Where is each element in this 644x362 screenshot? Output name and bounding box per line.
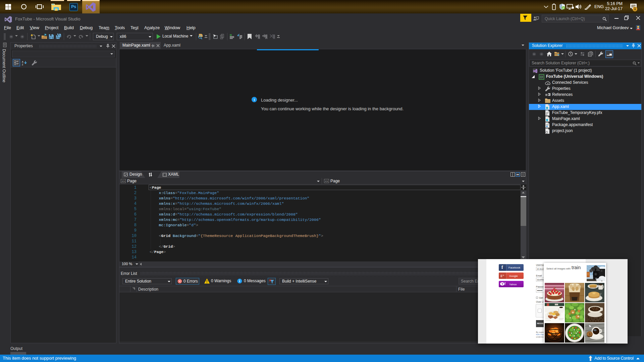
- svg-text:#: #: [542, 76, 543, 78]
- svg-text:Z: Z: [22, 63, 23, 65]
- svg-text:A: A: [22, 61, 23, 63]
